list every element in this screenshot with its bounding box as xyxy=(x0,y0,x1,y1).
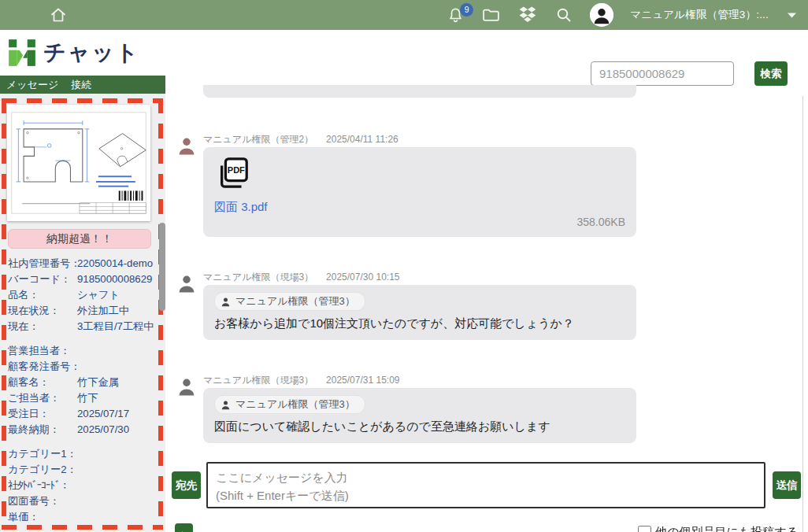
item-detail-sidebar: チャット メッセージ 接続 xyxy=(0,30,165,532)
field-group: 社内管理番号： 22050014-demo バーコード： 91850000086… xyxy=(8,256,159,334)
field-row: 品名： シャフト xyxy=(8,287,159,303)
field-group: カテゴリー1： カテゴリー2： 社外ﾊﾞｰｺｰﾄﾞ： 図面番号： 単価： xyxy=(8,446,159,525)
barcode-search-input[interactable] xyxy=(591,61,734,86)
field-label: 図面番号： xyxy=(8,493,77,509)
search-button[interactable]: 検索 xyxy=(754,61,788,86)
field-label: 単価： xyxy=(8,509,77,525)
message-text: お客様から追加で10個注文頂いたのですが、対応可能でしょうか？ xyxy=(214,316,625,331)
field-value: 3工程目/7工程中 xyxy=(77,319,159,334)
tab-connections[interactable]: 接続 xyxy=(71,78,91,92)
recipients-button[interactable]: 宛先 xyxy=(172,471,201,499)
post-to-other-items-checkbox[interactable] xyxy=(638,526,651,532)
field-label: 営業担当者： xyxy=(8,343,77,359)
mention-chip: マニュアル権限（管理3） xyxy=(214,292,365,311)
file-size: 358.06KB xyxy=(214,216,625,228)
tab-messages[interactable]: メッセージ xyxy=(6,78,58,92)
chat-message: マニュアル権限（現場3） 2025/07/31 15:09 マニュアル権限（管理… xyxy=(176,375,808,443)
field-value: 9185000008629 xyxy=(77,272,159,287)
field-value: 22050014-demo xyxy=(77,256,159,272)
field-row: 顧客名： 竹下金属 xyxy=(8,375,159,390)
user-avatar[interactable] xyxy=(590,3,613,27)
file-attachment: PDF 図面 3.pdf 358.06KB xyxy=(214,154,625,228)
search-row: 検索 xyxy=(165,30,808,86)
message-bubble: PDF 図面 3.pdf 358.06KB xyxy=(203,147,636,237)
chevron-down-icon[interactable] xyxy=(787,12,797,19)
field-group: 営業担当者： 顧客発注番号： 顧客名： 竹下金属 ご担当者： 竹下 受注日： 2… xyxy=(8,343,159,438)
message-header: マニュアル権限（現場3） 2025/07/30 10:15 xyxy=(203,272,636,283)
message-header: マニュアル権限（管理2） 2025/04/11 11:26 xyxy=(203,134,636,145)
message-header: マニュアル権限（現場3） 2025/07/31 15:09 xyxy=(203,375,636,386)
notifications-bell-icon[interactable]: 9 xyxy=(447,6,465,24)
field-row: 現在： 3工程目/7工程中 xyxy=(8,319,159,334)
user-name[interactable]: マニュアル権限（管理3）:... xyxy=(630,8,769,22)
field-row: カテゴリー2： xyxy=(8,462,159,478)
message-time: 2025/04/11 11:26 xyxy=(326,134,398,145)
field-row: ご担当者： 竹下 xyxy=(8,390,159,406)
composer-options-row: 他の個別品目にも投稿する xyxy=(165,523,808,532)
pdf-file-icon: PDF xyxy=(216,156,250,190)
message-input[interactable] xyxy=(206,462,765,508)
mention-label: マニュアル権限（管理3） xyxy=(235,397,355,412)
field-label: カテゴリー1： xyxy=(8,446,77,462)
notification-badge: 9 xyxy=(460,3,473,17)
field-row: 最終納期： 2025/07/30 xyxy=(8,422,159,438)
sidebar-scrollbar-thumb[interactable] xyxy=(159,223,165,311)
field-label: 社内管理番号： xyxy=(8,256,77,272)
field-value: シャフト xyxy=(77,287,159,303)
svg-text:PDF: PDF xyxy=(228,165,245,175)
message-author: マニュアル権限（現場3） xyxy=(203,272,313,283)
file-link[interactable]: 図面 3.pdf xyxy=(214,200,625,215)
field-row: 現在状況： 外注加工中 xyxy=(8,303,159,319)
post-to-other-items-label: 他の個別品目にも投稿する xyxy=(655,525,799,532)
field-label: ご担当者： xyxy=(8,390,77,406)
overdue-alert: 納期超過！！ xyxy=(8,229,151,249)
avatar-icon xyxy=(176,273,197,294)
search-icon[interactable] xyxy=(554,6,573,24)
field-label: 顧客発注番号： xyxy=(8,359,77,375)
field-label: 現在状況： xyxy=(8,303,77,319)
chat-message: マニュアル権限（現場3） 2025/07/30 10:15 マニュアル権限（管理… xyxy=(176,272,808,340)
mention-chip: マニュアル権限（管理3） xyxy=(214,395,365,414)
avatar-icon xyxy=(176,135,197,156)
dropbox-icon[interactable] xyxy=(517,5,538,25)
partial-message-bubble xyxy=(203,85,636,98)
field-value xyxy=(77,446,159,462)
field-row: 受注日： 2025/07/17 xyxy=(8,406,159,422)
message-time: 2025/07/31 15:09 xyxy=(326,375,399,386)
field-row: 営業担当者： xyxy=(8,343,159,359)
message-text: 図面について確認したいことがあるので至急連絡お願いします xyxy=(214,419,625,434)
field-row: カテゴリー1： xyxy=(8,446,159,462)
message-bubble: マニュアル権限（管理3） お客様から追加で10個注文頂いたのですが、対応可能でし… xyxy=(203,285,636,340)
highlight-border-top xyxy=(2,98,163,103)
field-value xyxy=(77,478,159,493)
logo-icon xyxy=(8,39,36,67)
field-value xyxy=(77,493,159,509)
field-value xyxy=(77,462,159,478)
field-label: バーコード： xyxy=(8,272,77,287)
logo-text: チャット xyxy=(43,38,140,68)
field-row: バーコード： 9185000008629 xyxy=(8,272,159,287)
send-button[interactable]: 送信 xyxy=(773,471,801,499)
home-icon[interactable] xyxy=(49,6,68,24)
field-value xyxy=(77,509,159,525)
attach-image-button[interactable] xyxy=(175,523,193,532)
field-value xyxy=(77,359,159,375)
field-label: 現在： xyxy=(8,319,77,334)
chat-message: マニュアル権限（管理2） 2025/04/11 11:26 PDF 図面 3.p… xyxy=(176,134,808,237)
avatar-icon xyxy=(176,376,197,397)
menu-icon[interactable] xyxy=(11,9,28,20)
folder-icon[interactable] xyxy=(481,6,501,25)
person-icon xyxy=(221,400,231,410)
field-label: カテゴリー2： xyxy=(8,462,77,478)
topbar: 9 マニュアル権限（管理3）:... xyxy=(0,0,808,30)
message-list: マニュアル権限（管理2） 2025/04/11 11:26 PDF 図面 3.p… xyxy=(165,85,808,443)
item-detail-panel: 納期超過！！ 社内管理番号： 22050014-demo バーコード： 9185… xyxy=(0,94,165,532)
message-time: 2025/07/30 10:15 xyxy=(326,272,399,283)
item-fields: 社内管理番号： 22050014-demo バーコード： 91850000086… xyxy=(8,256,159,532)
drawing-thumbnail[interactable] xyxy=(7,105,150,221)
field-row: 社外ﾊﾞｰｺｰﾄﾞ： xyxy=(8,478,159,493)
message-author: マニュアル権限（現場3） xyxy=(203,375,313,386)
mention-label: マニュアル権限（管理3） xyxy=(235,294,355,308)
field-row: 図面番号： xyxy=(8,493,159,509)
app-logo: チャット xyxy=(0,30,165,76)
